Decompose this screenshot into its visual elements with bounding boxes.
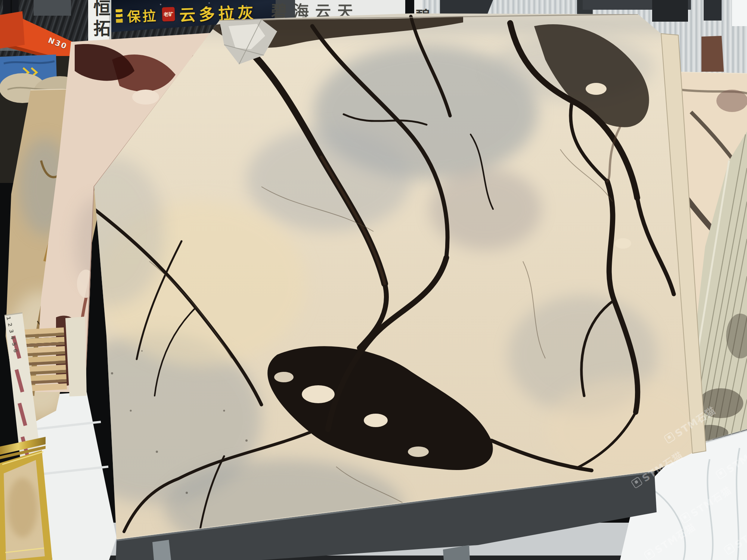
watermark: STM石猫 xyxy=(642,519,698,560)
watermark-text: STM石猫 xyxy=(687,483,734,520)
watermark: STM石猫 xyxy=(722,514,747,557)
marble-warehouse-photo: 恒拓 保拉 老矿 云多拉灰 碧海云天 碧 N30 xyxy=(0,0,747,560)
foreground-text: 123456 STM石猫 STM石猫 STM石猫 STM石猫 STM石猫 STM… xyxy=(0,0,747,560)
watermark-text: STM石猫 xyxy=(731,514,747,551)
watermark-logo-icon xyxy=(723,543,735,555)
watermark-text: STM石猫 xyxy=(672,403,718,440)
watermark-logo-icon xyxy=(715,467,727,480)
watermark-text: STM石猫 xyxy=(639,448,685,485)
watermark-text: STM石猫 xyxy=(651,519,698,556)
watermark: STM石猫 xyxy=(678,483,734,526)
watermark-logo-icon xyxy=(630,476,643,489)
watermark: STM石猫 xyxy=(662,403,718,446)
watermark: STM石猫 xyxy=(629,448,685,491)
watermark-logo-icon xyxy=(643,548,655,560)
watermark-logo-icon xyxy=(663,432,676,444)
slab-serial-number: 123456 xyxy=(5,316,19,356)
watermark: STM石猫 xyxy=(713,439,747,482)
watermark-text: STM石猫 xyxy=(723,439,747,476)
